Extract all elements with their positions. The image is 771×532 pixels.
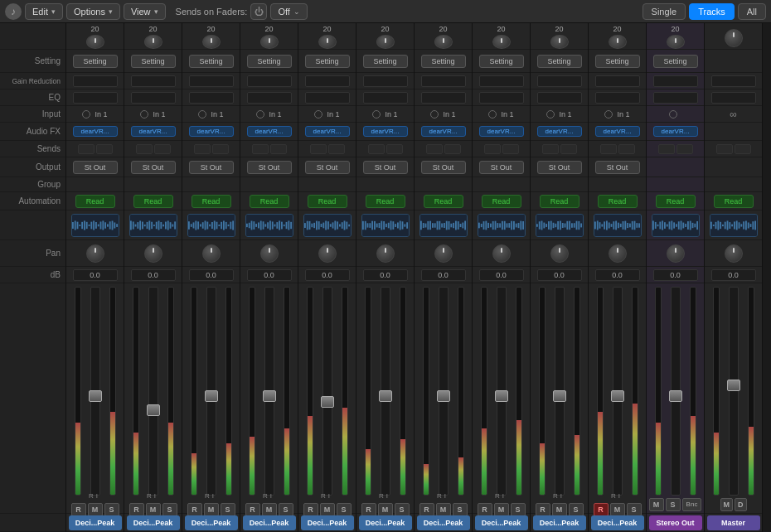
channel-12-m-button[interactable]: M: [720, 498, 734, 511]
channel-7-eq-box[interactable]: [421, 92, 466, 104]
channel-8-send-2[interactable]: [502, 144, 519, 154]
channel-1-send-1[interactable]: [78, 144, 95, 154]
channel-3-fader-thumb[interactable]: [205, 390, 218, 402]
fader-wrap-12[interactable]: [725, 287, 741, 496]
channel-10-fader[interactable]: [613, 287, 623, 496]
channel-9-output-button[interactable]: St Out: [537, 161, 582, 174]
channel-7-pan-knob[interactable]: [434, 244, 453, 263]
channel-1-pan-knob[interactable]: [86, 244, 104, 263]
channel-11-setting-button[interactable]: Setting: [653, 55, 698, 68]
edit-menu[interactable]: Edit ▾: [25, 3, 63, 20]
single-view-button[interactable]: Single: [642, 3, 686, 20]
channel-12-automation-button[interactable]: Read: [714, 195, 754, 208]
channel-5-waveform[interactable]: [303, 214, 352, 237]
channel-9-send-2[interactable]: [560, 144, 577, 154]
channel-3-send-1[interactable]: [194, 144, 211, 154]
channel-3-setting-button[interactable]: Setting: [189, 55, 234, 68]
options-menu[interactable]: Options ▾: [66, 3, 120, 20]
channel-9-automation-button[interactable]: Read: [540, 195, 579, 208]
channel-3-input-circle[interactable]: [198, 110, 206, 118]
channel-4-eq-box[interactable]: [247, 92, 292, 104]
channel-11-fader[interactable]: [671, 287, 681, 496]
fader-wrap-4[interactable]: [261, 287, 277, 496]
channel-2-waveform[interactable]: [129, 214, 177, 237]
channel-12-eq-box[interactable]: [711, 92, 756, 104]
channel-4-send-2[interactable]: [270, 144, 287, 154]
channel-1-fader-thumb[interactable]: [89, 390, 102, 402]
channel-9-pan-knob[interactable]: [550, 244, 569, 263]
channel-7-fader[interactable]: [439, 287, 449, 496]
channel-2-fader[interactable]: [148, 287, 158, 496]
channel-10-send-2[interactable]: [618, 144, 635, 154]
channel-5-audiofx-button[interactable]: dearVR...: [305, 126, 350, 137]
channel-6-fader[interactable]: [381, 287, 390, 496]
channel-8-input-circle[interactable]: [488, 110, 497, 118]
fader-wrap-10[interactable]: [609, 287, 625, 496]
channel-6-audiofx-button[interactable]: dearVR...: [363, 126, 408, 137]
channel-9-send-1[interactable]: [542, 144, 559, 154]
channel-2-fader-thumb[interactable]: [147, 404, 160, 416]
channel-10-audiofx-button[interactable]: dearVR...: [595, 126, 640, 137]
channel-1-send-2[interactable]: [96, 144, 113, 154]
channel-5-trim-knob[interactable]: [318, 35, 337, 49]
fader-wrap-8[interactable]: [493, 287, 509, 496]
channel-4-fader-thumb[interactable]: [263, 390, 276, 402]
channel-5-input-circle[interactable]: [314, 110, 322, 118]
channel-7-name[interactable]: Deci...Peak: [417, 515, 470, 530]
channel-11-waveform[interactable]: [652, 214, 700, 237]
channel-7-setting-button[interactable]: Setting: [421, 55, 466, 68]
channel-7-send-2[interactable]: [444, 144, 461, 154]
channel-10-trim-knob[interactable]: [609, 35, 627, 49]
channel-3-eq-box[interactable]: [189, 92, 234, 104]
channel-7-automation-button[interactable]: Read: [424, 195, 463, 208]
channel-4-input-circle[interactable]: [256, 110, 264, 118]
channel-8-name[interactable]: Deci...Peak: [475, 515, 528, 530]
channel-10-input-circle[interactable]: [604, 110, 613, 118]
channel-3-send-2[interactable]: [212, 144, 229, 154]
channel-5-pan-knob[interactable]: [318, 244, 337, 263]
channel-5-automation-button[interactable]: Read: [308, 195, 347, 208]
tracks-view-button[interactable]: Tracks: [689, 3, 735, 20]
fader-wrap-7[interactable]: [435, 287, 451, 496]
channel-8-audiofx-button[interactable]: dearVR...: [479, 126, 524, 137]
fader-wrap-2[interactable]: [145, 287, 161, 496]
channel-12-name[interactable]: Master: [707, 515, 760, 530]
channel-7-input-circle[interactable]: [430, 110, 439, 118]
channel-8-output-button[interactable]: St Out: [479, 161, 524, 174]
channel-11-fader-thumb[interactable]: [669, 390, 682, 402]
channel-6-name[interactable]: Deci...Peak: [359, 515, 412, 530]
channel-2-eq-box[interactable]: [131, 92, 176, 104]
channel-11-eq-box[interactable]: [653, 92, 698, 104]
all-view-button[interactable]: All: [738, 3, 766, 20]
channel-7-fader-thumb[interactable]: [437, 390, 450, 402]
channel-6-setting-button[interactable]: Setting: [363, 55, 408, 68]
channel-3-fader[interactable]: [206, 287, 216, 496]
channel-10-pan-knob[interactable]: [609, 244, 627, 263]
channel-4-fader[interactable]: [264, 287, 274, 496]
sends-dropdown[interactable]: Off ⌄: [270, 3, 307, 20]
channel-1-setting-button[interactable]: Setting: [73, 55, 118, 68]
fader-wrap-1[interactable]: [87, 287, 103, 496]
channel-2-audiofx-button[interactable]: dearVR...: [131, 126, 176, 137]
channel-8-fader-thumb[interactable]: [495, 390, 508, 402]
channel-7-send-1[interactable]: [426, 144, 443, 154]
channel-4-trim-knob[interactable]: [260, 35, 279, 49]
channel-3-output-button[interactable]: St Out: [189, 161, 234, 174]
channel-6-eq-box[interactable]: [363, 92, 408, 104]
channel-11-trim-knob[interactable]: [667, 35, 685, 49]
channel-5-name[interactable]: Deci...Peak: [301, 515, 354, 530]
channel-3-waveform[interactable]: [187, 214, 235, 237]
channel-10-eq-box[interactable]: [595, 92, 640, 104]
channel-9-input-circle[interactable]: [546, 110, 555, 118]
fader-wrap-3[interactable]: [203, 287, 219, 496]
channel-5-send-2[interactable]: [328, 144, 345, 154]
channel-8-pan-knob[interactable]: [492, 244, 511, 263]
channel-12-pan-knob[interactable]: [725, 244, 743, 263]
channel-6-output-button[interactable]: St Out: [363, 161, 408, 174]
channel-6-input-circle[interactable]: [372, 110, 381, 118]
channel-4-pan-knob[interactable]: [260, 244, 279, 263]
channel-10-fader-thumb[interactable]: [611, 390, 624, 402]
channel-5-fader-thumb[interactable]: [321, 396, 334, 408]
channel-12-d-button[interactable]: D: [735, 498, 747, 511]
channel-1-fader[interactable]: [90, 287, 100, 496]
